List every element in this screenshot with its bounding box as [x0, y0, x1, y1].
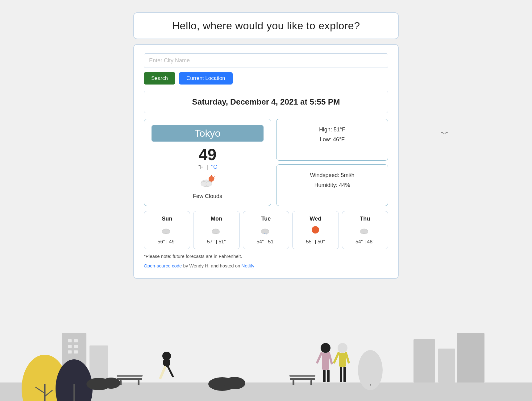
forecast-note: *Please note: future forecasts are in Fa… — [144, 254, 388, 259]
forecast-sun: Sun 56° | 49° — [144, 211, 190, 249]
svg-point-68 — [360, 230, 364, 234]
svg-rect-4 — [438, 349, 455, 382]
svg-rect-31 — [322, 353, 329, 370]
forecast-icon-4 — [345, 225, 385, 237]
svg-rect-22 — [290, 378, 315, 380]
forecast-temps-2: 54° | 51° — [246, 239, 286, 245]
forecast-thu: Thu 54° | 48° — [342, 211, 388, 249]
svg-rect-34 — [323, 370, 326, 382]
svg-point-36 — [338, 343, 347, 353]
svg-point-59 — [212, 230, 216, 234]
forecast-icon-0 — [147, 225, 187, 237]
low-temp: Low: 46°F — [283, 134, 382, 144]
windspeed: Windspeed: 5mi/h — [283, 170, 382, 180]
svg-line-53 — [214, 177, 214, 177]
svg-rect-21 — [117, 375, 143, 377]
svg-point-64 — [264, 233, 265, 234]
svg-point-66 — [312, 226, 319, 234]
forecast-temps-1: 57° | 51° — [197, 239, 236, 245]
temperature-display: 49 — [199, 147, 217, 163]
forecast-day-4: Thu — [345, 216, 385, 222]
svg-point-45 — [102, 378, 120, 389]
forecast-tue: Tue 54° | 51° — [243, 211, 289, 249]
high-temp: High: 51°F — [283, 125, 382, 134]
forecast-day-3: Wed — [296, 216, 335, 222]
datetime-text: Saturday, December 4, 2021 at 5:55 PM — [192, 97, 340, 106]
forecast-temps-0: 56° | 49° — [147, 239, 187, 245]
svg-point-27 — [162, 352, 171, 360]
datetime-box: Saturday, December 4, 2021 at 5:55 PM — [144, 91, 388, 113]
current-weather-card: Tokyo 49 °F | °C — [144, 119, 271, 206]
city-name-bar: Tokyo — [152, 125, 264, 142]
forecast-icon-3 — [296, 225, 335, 237]
title-box: Hello, where would you like to explore? — [133, 12, 399, 39]
svg-rect-3 — [414, 339, 435, 382]
svg-line-33 — [329, 353, 332, 363]
svg-point-60 — [215, 230, 220, 234]
svg-rect-23 — [293, 380, 294, 385]
svg-rect-10 — [68, 350, 72, 353]
wind-humidity-card: Windspeed: 5mi/h Humidity: 44% — [276, 164, 388, 206]
svg-point-50 — [206, 181, 212, 186]
svg-rect-11 — [74, 350, 78, 353]
svg-rect-6 — [68, 339, 72, 342]
weather-icon-area — [200, 175, 216, 191]
current-location-button[interactable]: Current Location — [179, 72, 233, 85]
unit-f: °F — [198, 164, 203, 170]
netlify-link[interactable]: Netlify — [242, 263, 255, 268]
svg-point-51 — [209, 176, 214, 182]
svg-rect-20 — [138, 380, 139, 385]
footer-text: Open-source code by Wendy H. and hosted … — [144, 263, 388, 268]
svg-rect-37 — [339, 353, 346, 367]
svg-rect-24 — [310, 380, 312, 385]
weather-main-row: Tokyo 49 °F | °C — [144, 119, 388, 206]
forecast-day-2: Tue — [246, 216, 286, 222]
svg-rect-40 — [340, 367, 342, 382]
forecast-icon-2 — [246, 225, 286, 237]
forecast-day-0: Sun — [147, 216, 187, 222]
forecast-wed: Wed 55° | 50° — [292, 211, 339, 249]
svg-rect-25 — [289, 375, 315, 377]
forecast-icon-1 — [197, 225, 236, 237]
svg-rect-41 — [343, 367, 346, 382]
svg-line-28 — [160, 367, 165, 378]
weather-description: Few Clouds — [193, 193, 222, 200]
footer-middle: by Wendy H. and hosted on — [183, 263, 242, 268]
svg-point-47 — [224, 377, 245, 389]
temperature-unit: °F | °C — [198, 164, 217, 170]
city-input[interactable] — [144, 53, 388, 68]
svg-line-32 — [317, 353, 322, 362]
page-title: Hello, where would you like to explore? — [152, 20, 380, 32]
city-name: Tokyo — [195, 128, 221, 139]
svg-rect-7 — [74, 339, 78, 342]
svg-line-38 — [334, 353, 339, 362]
forecast-temps-4: 54° | 48° — [345, 239, 385, 245]
svg-point-56 — [162, 230, 166, 234]
svg-line-29 — [168, 367, 173, 376]
svg-rect-5 — [457, 333, 484, 382]
search-area: Search Current Location — [144, 53, 388, 85]
svg-rect-8 — [68, 345, 72, 348]
high-low-card: High: 51°F Low: 46°F — [276, 119, 388, 161]
source-code-link[interactable]: Open-source code — [144, 263, 182, 268]
search-button[interactable]: Search — [144, 72, 175, 85]
forecast-mon: Mon 57° | 51° — [193, 211, 239, 249]
humidity: Humidity: 44% — [283, 180, 382, 190]
forecast-row: Sun 56° | 49° Mon 57° | 51° Tue — [144, 211, 388, 249]
unit-c-link[interactable]: °C — [211, 164, 217, 170]
svg-line-39 — [346, 353, 349, 362]
button-row: Search Current Location — [144, 72, 388, 85]
svg-rect-35 — [327, 370, 330, 382]
svg-rect-9 — [74, 345, 78, 348]
stats-column: High: 51°F Low: 46°F Windspeed: 5mi/h Hu… — [276, 119, 388, 206]
svg-rect-18 — [117, 378, 142, 380]
svg-rect-2 — [89, 345, 108, 382]
forecast-temps-3: 55° | 50° — [296, 239, 335, 245]
forecast-day-1: Mon — [197, 216, 236, 222]
svg-point-69 — [364, 230, 368, 234]
svg-point-63 — [265, 230, 269, 234]
svg-point-57 — [166, 230, 170, 234]
app-card: Search Current Location Saturday, Decemb… — [133, 44, 399, 279]
svg-point-30 — [321, 343, 330, 353]
